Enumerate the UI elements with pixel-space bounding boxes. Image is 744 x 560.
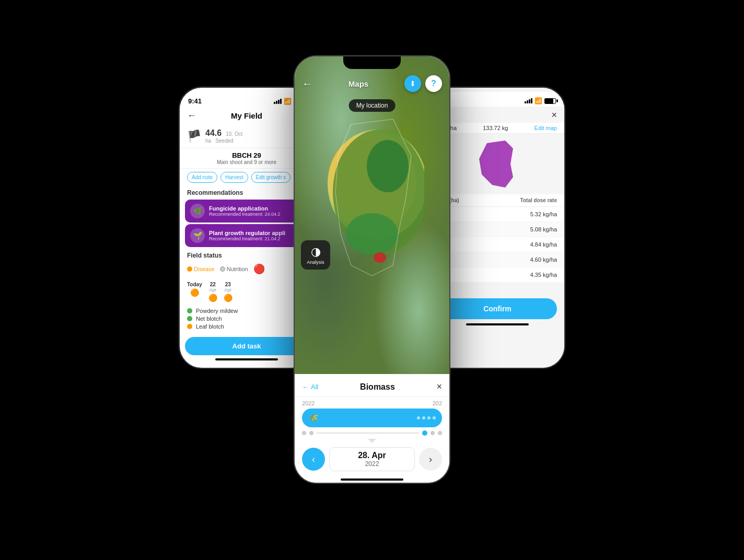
- field-date-label: Seeded: [215, 138, 233, 144]
- total-value: 133.72 kg: [483, 125, 508, 131]
- powdery-mildew-label: Powdery mildew: [196, 308, 238, 314]
- svg-point-5: [367, 140, 409, 192]
- recommendation-fungicide[interactable]: 🌿 Fungicide application Recommended trea…: [185, 200, 308, 223]
- map-title: Maps: [312, 79, 404, 88]
- data-table: Area(ha) Total dose rate 14.1 5.32 kg/ha…: [431, 194, 564, 283]
- status-tabs: Disease Nutrition 🔴: [187, 261, 306, 277]
- zones-label: ones: [431, 283, 564, 294]
- leaf-blotch-dot: [187, 324, 192, 329]
- biomass-panel: ← All Biomass × 2022 202 🌾: [295, 374, 449, 483]
- pgr-text: Plant growth regulator appli Recommended…: [209, 230, 285, 241]
- next-date-button[interactable]: ›: [419, 448, 442, 471]
- weather-sub-23: Apr: [224, 287, 233, 293]
- date-year: 2022: [335, 460, 409, 468]
- timeline-dot: [427, 416, 431, 419]
- pgr-icon: 🌱: [190, 228, 205, 243]
- biomass-back-arrow: ←: [302, 383, 309, 391]
- field-thumbnail-svg: [476, 138, 518, 190]
- biomass-title: Biomass: [318, 382, 436, 392]
- notch-center: [343, 56, 401, 69]
- disease-powdery-mildew: Powdery mildew: [187, 308, 306, 314]
- biomass-back-button[interactable]: ← All: [302, 383, 318, 391]
- analysis-fab[interactable]: ◑ Analysis: [301, 240, 330, 270]
- close-button-right[interactable]: ×: [551, 110, 557, 121]
- svg-point-6: [346, 213, 398, 255]
- year-left: 2022: [302, 400, 315, 406]
- scrubber-line: [317, 433, 419, 434]
- timeline-bar[interactable]: 🌾: [302, 409, 442, 427]
- table-row: 13.8 5.08 kg/ha: [431, 222, 564, 237]
- phone-center: ← Maps ⬇ ? My location: [294, 55, 450, 484]
- pgr-date: Recommended treatment: 21.04.2: [209, 236, 285, 241]
- leaf-blotch-label: Leaf blotch: [196, 323, 224, 330]
- disease-leaf-blotch: Leaf blotch: [187, 323, 306, 330]
- fungicide-icon: 🌿: [190, 204, 205, 218]
- back-button-left[interactable]: ←: [187, 110, 196, 121]
- more-indicator: 🔴: [253, 263, 265, 275]
- field-thumbnail-container: [431, 134, 564, 194]
- harvest-button[interactable]: Harvest: [220, 172, 248, 183]
- table-row: 14.1 5.32 kg/ha: [431, 207, 564, 222]
- time-left: 9:41: [188, 97, 202, 105]
- my-location-badge[interactable]: My location: [349, 99, 396, 112]
- weather-icon-23: 🟠: [224, 294, 233, 302]
- net-blotch-label: Net blotch: [196, 316, 222, 322]
- right-header: ×: [431, 107, 564, 123]
- powdery-mildew-dot: [187, 308, 192, 313]
- right-info-row: 3 kg/ha 133.72 kg Edit map: [431, 123, 564, 134]
- download-button[interactable]: ⬇: [404, 75, 421, 92]
- weather-23: 23 Apr 🟠: [224, 282, 233, 303]
- field-status-title: Field status: [187, 252, 306, 259]
- help-button[interactable]: ?: [425, 75, 442, 92]
- confirm-button[interactable]: Confirm: [438, 298, 557, 319]
- nutrition-tab[interactable]: Nutrition: [220, 266, 248, 272]
- weather-label-23: 23: [224, 282, 233, 287]
- home-indicator-center: [341, 479, 403, 481]
- add-note-button[interactable]: Add note: [187, 172, 217, 183]
- table-row: 5.3 4.60 kg/ha: [431, 252, 564, 267]
- field-icon: 🏴: [187, 130, 201, 143]
- timeline-dot: [433, 416, 436, 419]
- disease-tab[interactable]: Disease: [187, 266, 215, 272]
- edit-map-link[interactable]: Edit map: [534, 125, 557, 131]
- fungicide-title: Fungicide application: [209, 205, 281, 212]
- disease-net-blotch: Net blotch: [187, 316, 306, 322]
- page-title-left: My Field: [231, 111, 262, 120]
- home-indicator-right: [466, 323, 529, 325]
- home-indicator-left: [215, 358, 278, 360]
- recommendation-pgr[interactable]: 🌱 Plant growth regulator appli Recommend…: [185, 224, 308, 247]
- edit-growth-button[interactable]: Edit growth s: [251, 172, 291, 183]
- map-area[interactable]: ← Maps ⬇ ? My location: [295, 56, 449, 374]
- scrubber-dot-active: [422, 430, 427, 436]
- disease-label: Disease: [194, 266, 215, 272]
- table-row: 7.9 4.84 kg/ha: [431, 237, 564, 252]
- battery-icon-right: [544, 98, 556, 104]
- weather-today: Today 🟠: [187, 282, 202, 303]
- dose-5: 4.35 kg/ha: [530, 272, 557, 278]
- signal-icon-right: [525, 98, 532, 103]
- timeline-dot: [417, 416, 420, 419]
- weather-icon-today: 🟠: [187, 288, 202, 297]
- nutrition-label: Nutrition: [227, 266, 248, 272]
- scrubber-dot-4: [431, 431, 435, 435]
- fungicide-text: Fungicide application Recommended treatm…: [209, 205, 281, 217]
- field-details: 44.6 10. Oct ha Seeded: [205, 129, 306, 144]
- biomass-header: ← All Biomass ×: [295, 374, 449, 397]
- pgr-title: Plant growth regulator appli: [209, 230, 285, 236]
- bbch-description: Main shoot and 9 or more: [187, 159, 306, 165]
- fungicide-date: Recommended treatment: 24.04.2: [209, 212, 281, 217]
- status-icons-right: 📶: [525, 97, 556, 104]
- svg-point-7: [374, 252, 386, 263]
- date-pointer: [295, 439, 449, 443]
- prev-date-button[interactable]: ‹: [302, 448, 325, 471]
- year-labels: 2022 202: [295, 397, 449, 409]
- dose-4: 4.60 kg/ha: [530, 256, 557, 263]
- bbch-title: BBCH 29: [187, 151, 306, 159]
- add-task-button[interactable]: Add task: [185, 337, 308, 355]
- weather-22: 22 Apr 🟠: [208, 282, 217, 303]
- dose-1: 5.32 kg/ha: [530, 211, 557, 217]
- weather-icon-22: 🟠: [208, 294, 217, 302]
- scrubber-dot-2: [309, 431, 313, 435]
- map-back-button[interactable]: ←: [302, 78, 312, 90]
- biomass-close-button[interactable]: ×: [436, 381, 442, 392]
